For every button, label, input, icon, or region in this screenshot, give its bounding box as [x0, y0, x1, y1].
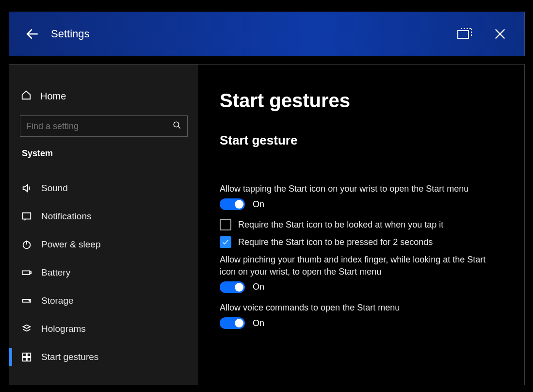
svg-rect-18 — [27, 358, 31, 361]
toggle-voice[interactable] — [220, 317, 245, 329]
sidebar-category: System — [22, 148, 188, 159]
sidebar-item-label: Notifications — [41, 211, 92, 222]
window-title: Settings — [51, 28, 90, 40]
sidebar-item-label: Storage — [41, 295, 74, 306]
setting-pinch: Allow pinching your thumb and index fing… — [220, 254, 495, 293]
home-icon — [21, 90, 32, 103]
checkbox-look-label: Require the Start icon to be looked at w… — [238, 220, 443, 230]
sidebar-item-label: Power & sleep — [41, 239, 101, 250]
back-arrow-icon — [25, 26, 40, 42]
sidebar-home[interactable]: Home — [20, 88, 188, 115]
sidebar-item-storage[interactable]: Storage — [20, 287, 188, 315]
setting-voice-label: Allow voice commands to open the Start m… — [220, 302, 491, 313]
close-button[interactable] — [485, 18, 516, 49]
titlebar: Settings — [9, 12, 525, 56]
svg-rect-17 — [23, 358, 26, 361]
window-body: Home System Sound — [9, 64, 525, 385]
power-icon — [21, 239, 32, 250]
section-title: Start gesture — [220, 133, 495, 148]
page-title: Start gestures — [220, 90, 495, 112]
storage-icon — [21, 295, 32, 307]
sidebar-item-label: Battery — [41, 267, 70, 278]
svg-rect-15 — [23, 353, 26, 357]
close-icon — [493, 27, 507, 41]
svg-rect-11 — [22, 271, 30, 274]
notifications-icon — [21, 211, 32, 222]
setting-check-look: Require the Start icon to be looked at w… — [220, 219, 495, 230]
sidebar-item-notifications[interactable]: Notifications — [20, 202, 188, 230]
toggle-pinch[interactable] — [220, 281, 245, 293]
setting-check-press: Require the Start icon to be pressed for… — [220, 236, 495, 248]
search-box[interactable] — [20, 115, 188, 137]
setting-tap-label: Allow tapping the Start icon on your wri… — [220, 183, 491, 195]
setting-tap: Allow tapping the Start icon on your wri… — [220, 183, 495, 210]
svg-rect-1 — [458, 31, 468, 38]
sidebar-item-label: Start gestures — [41, 352, 98, 362]
check-icon — [222, 238, 229, 246]
svg-point-6 — [174, 122, 179, 127]
toggle-pinch-state: On — [253, 282, 264, 292]
toggle-tap[interactable] — [220, 198, 245, 210]
holograms-icon — [21, 323, 32, 335]
sidebar-item-battery[interactable]: Battery — [20, 259, 188, 287]
checkbox-press-label: Require the Start icon to be pressed for… — [238, 237, 433, 247]
checkbox-look[interactable] — [220, 219, 231, 230]
search-icon — [173, 121, 181, 131]
sidebar-item-power-sleep[interactable]: Power & sleep — [20, 230, 188, 259]
sidebar-item-start-gestures[interactable]: Start gestures — [20, 343, 188, 371]
battery-icon — [21, 267, 32, 278]
back-button[interactable] — [18, 19, 47, 49]
setting-pinch-label: Allow pinching your thumb and index fing… — [220, 254, 491, 278]
sidebar-nav: Sound Notifications Power & sleep — [20, 174, 188, 371]
checkbox-press[interactable] — [220, 236, 231, 248]
svg-rect-16 — [27, 353, 31, 357]
sidebar-item-label: Holograms — [41, 324, 86, 334]
sidebar-item-holograms[interactable]: Holograms — [20, 315, 188, 343]
sidebar: Home System Sound — [9, 65, 198, 385]
sound-icon — [21, 182, 32, 194]
content-pane: Start gestures Start gesture Allow tappi… — [198, 65, 524, 385]
svg-rect-8 — [23, 213, 31, 219]
toggle-tap-state: On — [253, 199, 264, 210]
svg-line-7 — [178, 126, 180, 129]
follow-me-icon — [457, 27, 473, 41]
sidebar-item-sound[interactable]: Sound — [20, 174, 188, 202]
start-gestures-icon — [21, 351, 32, 363]
sidebar-home-label: Home — [40, 91, 66, 102]
svg-point-14 — [29, 300, 30, 301]
svg-rect-12 — [30, 272, 31, 274]
sidebar-item-label: Sound — [41, 183, 68, 194]
search-input[interactable] — [26, 121, 173, 131]
toggle-voice-state: On — [253, 318, 264, 328]
follow-me-button[interactable] — [450, 18, 481, 49]
setting-voice: Allow voice commands to open the Start m… — [220, 302, 495, 329]
